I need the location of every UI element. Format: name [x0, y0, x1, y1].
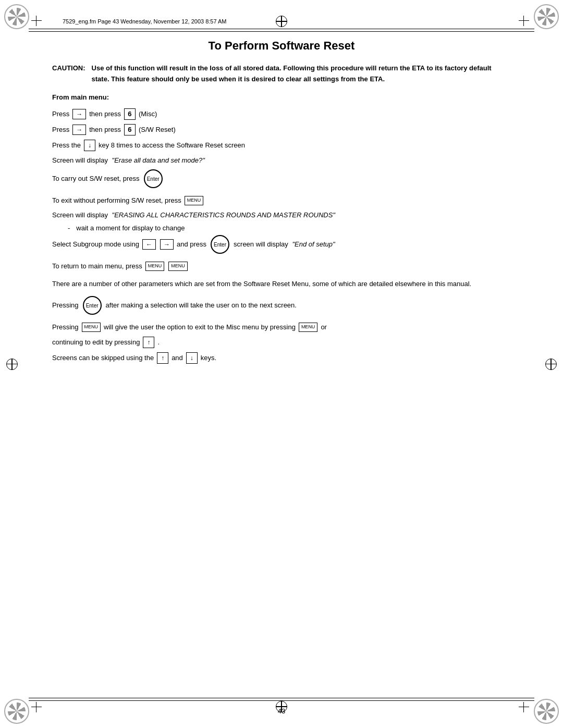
reg-mark-top	[276, 16, 287, 27]
enter-key-2: Enter	[211, 235, 229, 254]
menu-key-exit: MENU	[185, 196, 204, 205]
arrow-right-key-2: →	[72, 125, 86, 135]
footer-rule-top	[29, 698, 534, 698]
main-content: To Perform Software Reset CAUTION: Use o…	[52, 39, 511, 692]
screen-display-2: Screen will display	[52, 210, 108, 220]
menu-key-2: MENU	[168, 262, 188, 271]
instruction-return-main: To return to main menu, press MENU MENU	[52, 261, 511, 272]
caution-block: CAUTION: Use of this function will resul…	[52, 63, 511, 85]
header-rule-top	[29, 29, 534, 29]
dash-wait: - wait a moment for display to change	[52, 224, 511, 232]
instruction-carry-out: To carry out S/W reset, press Enter	[52, 169, 511, 188]
header-rule-bottom	[29, 31, 534, 32]
arrow-right-key-1: →	[72, 109, 86, 119]
then-press-2: then press	[89, 125, 121, 135]
misc-label: (Misc)	[139, 109, 157, 119]
and-press-label: and press	[177, 239, 206, 250]
and-label: and	[172, 353, 183, 363]
carry-out-label: To carry out S/W reset, press	[52, 174, 140, 184]
select-subgroup-label: Select Subgroup mode using	[52, 239, 139, 250]
reg-mark-left	[6, 359, 18, 370]
or-label: or	[321, 322, 327, 332]
crop-tl	[31, 16, 42, 26]
crop-tr	[519, 16, 529, 26]
press-label-1: Press	[52, 109, 69, 119]
instruction-exit: To exit without performing S/W reset, pr…	[52, 195, 511, 206]
end-of-setup-text: "End of setup"	[290, 239, 335, 250]
corner-decor-tl	[4, 4, 29, 29]
reg-mark-right	[545, 359, 557, 370]
erase-text: "Erase all data and set mode?"	[110, 155, 205, 166]
number-6-key-1: 6	[124, 108, 136, 120]
page: ✳ ✳ ✳ ✳ 7529_eng.fm Page 43 Wednesday, N…	[0, 0, 563, 728]
down-arrow-key-2: ↓	[186, 352, 198, 364]
page-title: To Perform Software Reset	[52, 39, 511, 53]
pressing-label-2: Pressing	[52, 322, 79, 332]
menu-key-4: MENU	[299, 323, 318, 332]
corner-decor-bl	[4, 699, 29, 724]
from-main-label: From main menu:	[52, 93, 511, 101]
left-arrow-key: ←	[142, 239, 156, 250]
period-1: .	[157, 337, 160, 348]
caution-text: Use of this function will result in the …	[92, 63, 511, 85]
return-main-label: To return to main menu, press	[52, 261, 142, 272]
up-arrow-key-2: ↑	[157, 352, 168, 364]
enter-key-3: Enter	[83, 296, 102, 315]
continuing-label: continuing to edit by pressing	[52, 337, 140, 348]
then-press-1: then press	[89, 109, 121, 119]
erasing-text: "ERASING ALL CHARACTERISTICS ROUNDS AND …	[110, 210, 335, 220]
para-other-params: There are a number of other parameters w…	[52, 279, 511, 289]
keys-label: keys.	[201, 353, 216, 363]
pressing-label-1: Pressing	[52, 300, 79, 311]
instruction-subgroup: Select Subgroup mode using ← → and press…	[52, 235, 511, 254]
exit-label: To exit without performing S/W reset, pr…	[52, 195, 181, 206]
header-text: 7529_eng.fm Page 43 Wednesday, November …	[63, 18, 227, 24]
dash-symbol: -	[68, 224, 70, 232]
pressing-enter-after: after making a selection will take the u…	[106, 300, 297, 311]
menu-key-1: MENU	[145, 262, 165, 271]
press-label-2: Press	[52, 125, 69, 135]
para-continuing: continuing to edit by pressing ↑ .	[52, 337, 511, 348]
screen-display-3: screen will display	[234, 239, 288, 250]
para-pressing-enter: Pressing Enter after making a selection …	[52, 296, 511, 315]
pressing-menu-middle: will give the user the option to exit to…	[104, 322, 296, 332]
para-pressing-menu: Pressing MENU will give the user the opt…	[52, 322, 511, 332]
enter-key-1: Enter	[144, 169, 163, 188]
instruction-misc: Press → then press 6 (Misc)	[52, 108, 511, 120]
instruction-screen-display: Screen will display "Erase all data and …	[52, 155, 511, 166]
key-8-times-label: key 8 times to access the Software Reset…	[99, 140, 245, 151]
corner-decor-tr	[534, 4, 559, 29]
menu-key-3: MENU	[82, 323, 101, 332]
screens-skipped-label: Screens can be skipped using the	[52, 353, 154, 363]
crop-br	[519, 702, 529, 712]
instruction-sw-reset: Press → then press 6 (S/W Reset)	[52, 124, 511, 135]
press-the-label: Press the	[52, 140, 81, 151]
caution-label: CAUTION:	[52, 63, 85, 85]
right-arrow-key: →	[160, 239, 174, 250]
instruction-erasing: Screen will display "ERASING ALL CHARACT…	[52, 210, 511, 220]
screen-will-display-1: Screen will display	[52, 155, 108, 166]
para-screens-skipped: Screens can be skipped using the ↑ and ↓…	[52, 352, 511, 364]
up-arrow-key-1: ↑	[143, 337, 154, 348]
instruction-down-key: Press the ↓ key 8 times to access the So…	[52, 140, 511, 151]
sw-reset-label: (S/W Reset)	[139, 125, 176, 135]
wait-label: wait a moment for display to change	[76, 224, 185, 232]
corner-decor-br	[534, 699, 559, 724]
down-arrow-key: ↓	[84, 140, 95, 151]
crop-bl	[31, 702, 42, 712]
number-6-key-2: 6	[124, 124, 136, 135]
page-number: 43	[278, 707, 285, 715]
